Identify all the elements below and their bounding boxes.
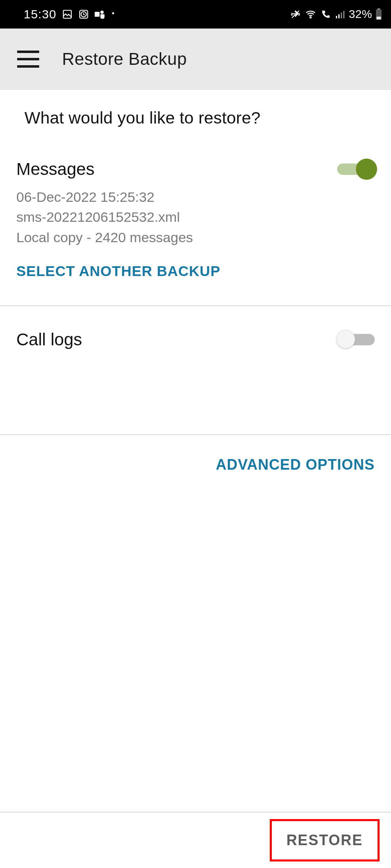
page-title: Restore Backup <box>62 49 187 69</box>
vibrate-icon <box>290 9 301 20</box>
status-bar: 15:30 • 32% <box>0 0 391 29</box>
svg-rect-11 <box>378 9 380 9</box>
wifi-calling-icon <box>320 9 331 20</box>
svg-rect-3 <box>95 12 100 17</box>
call-logs-toggle[interactable] <box>337 331 375 348</box>
battery-icon <box>375 9 382 20</box>
picture-icon <box>62 9 73 20</box>
clock-notification-icon <box>78 9 89 20</box>
signal-icon <box>335 9 345 19</box>
content: What would you like to restore? Messages… <box>0 90 391 495</box>
advanced-options-row: ADVANCED OPTIONS <box>0 435 391 495</box>
teams-icon <box>95 9 106 20</box>
status-time: 15:30 <box>24 7 56 21</box>
battery-percent: 32% <box>349 8 372 21</box>
section-call-logs: Call logs <box>0 306 391 435</box>
messages-details: 06-Dec-2022 15:25:32 sms-20221206152532.… <box>16 187 375 247</box>
svg-rect-10 <box>343 11 344 18</box>
status-left: 15:30 • <box>24 7 114 21</box>
select-another-backup-button[interactable]: SELECT ANOTHER BACKUP <box>16 263 220 279</box>
call-logs-title: Call logs <box>16 330 82 349</box>
svg-rect-7 <box>336 16 337 18</box>
messages-filename: sms-20221206152532.xml <box>16 207 375 227</box>
menu-icon[interactable] <box>17 51 39 68</box>
messages-summary: Local copy - 2420 messages <box>16 227 375 247</box>
messages-title: Messages <box>16 159 94 179</box>
svg-rect-13 <box>377 17 381 19</box>
restore-prompt: What would you like to restore? <box>0 90 391 135</box>
restore-button[interactable]: RESTORE <box>270 819 380 861</box>
advanced-options-button[interactable]: ADVANCED OPTIONS <box>216 456 375 473</box>
svg-rect-9 <box>341 13 342 18</box>
wifi-icon <box>304 9 317 20</box>
svg-point-6 <box>310 17 311 18</box>
section-messages: Messages 06-Dec-2022 15:25:32 sms-202212… <box>0 135 391 306</box>
bottom-action-bar: RESTORE <box>0 812 391 868</box>
messages-toggle[interactable] <box>337 161 375 177</box>
messages-timestamp: 06-Dec-2022 15:25:32 <box>16 187 375 207</box>
svg-point-4 <box>100 11 104 14</box>
svg-rect-8 <box>338 14 340 18</box>
app-bar: Restore Backup <box>0 29 391 90</box>
status-right: 32% <box>290 8 382 21</box>
